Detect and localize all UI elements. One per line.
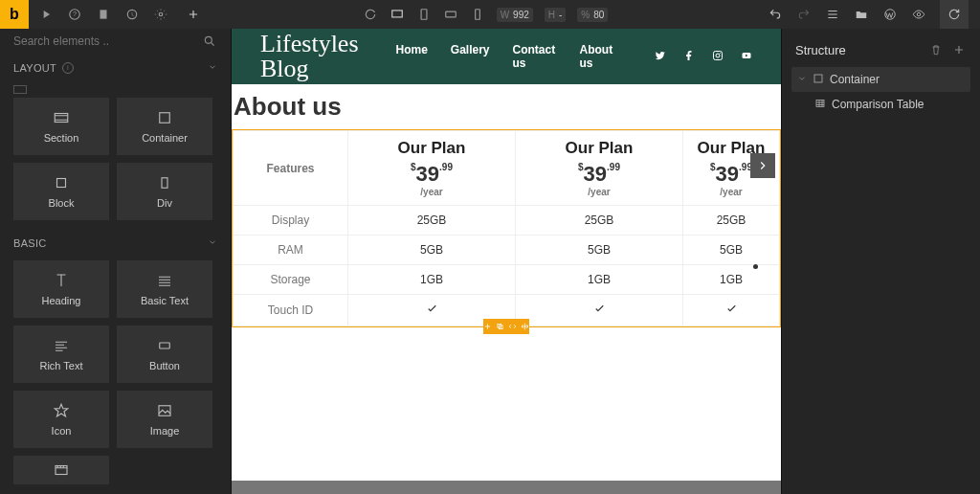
desktop-device-icon[interactable] — [390, 7, 405, 22]
svg-rect-17 — [159, 406, 170, 416]
eye-icon[interactable] — [911, 7, 926, 22]
tile-container[interactable]: Container — [117, 98, 212, 155]
redo-icon[interactable] — [796, 7, 812, 22]
tile-div[interactable]: Div — [117, 163, 212, 220]
page-title: About us — [232, 84, 781, 129]
svg-point-10 — [917, 12, 921, 16]
carousel-dot[interactable] — [753, 264, 758, 269]
table-row: Display25GB25GB25GB — [234, 206, 780, 236]
tile-image[interactable]: Image — [117, 391, 212, 448]
container-icon — [156, 109, 173, 126]
svg-rect-16 — [160, 343, 170, 348]
nav-contact[interactable]: Contact us — [513, 43, 557, 70]
svg-point-4 — [159, 12, 163, 16]
play-icon[interactable] — [38, 7, 54, 22]
tile-basic-text[interactable]: Basic Text — [117, 260, 212, 318]
svg-point-20 — [716, 54, 720, 57]
svg-rect-13 — [160, 113, 170, 124]
block-icon — [53, 174, 70, 191]
height-indicator[interactable]: H- — [545, 8, 567, 22]
star-icon — [53, 402, 70, 419]
tile-block[interactable]: Block — [13, 163, 109, 220]
section-icon — [53, 109, 70, 126]
image-icon — [156, 402, 173, 419]
svg-rect-12 — [55, 114, 68, 123]
selected-element[interactable]: Features Our Plan $39.99 /year Our Plan … — [232, 129, 781, 327]
svg-rect-8 — [475, 10, 479, 20]
reload-icon[interactable] — [363, 7, 378, 22]
plan-header-2: Our Plan $39.99 /year — [516, 131, 683, 206]
move-icon[interactable] — [521, 322, 529, 331]
zoom-indicator[interactable]: %80 — [577, 8, 608, 22]
site-nav: Home Gallery Contact us About us — [395, 43, 616, 70]
clock-icon[interactable] — [124, 7, 140, 22]
svg-text:?: ? — [73, 11, 77, 17]
tile-rich-text[interactable]: Rich Text — [13, 326, 109, 383]
code-icon[interactable] — [508, 322, 517, 331]
site-header: Lifestyles Blog Home Gallery Contact us … — [232, 29, 781, 84]
info-icon: i — [62, 62, 74, 74]
tablet-device-icon[interactable] — [416, 7, 432, 22]
element-action-bar[interactable] — [483, 319, 529, 334]
search-input[interactable] — [13, 34, 217, 48]
help-icon[interactable]: ? — [67, 7, 82, 22]
svg-rect-6 — [421, 10, 427, 20]
instagram-icon[interactable] — [712, 50, 724, 64]
layout-tiles: Section Container Block Div — [0, 94, 231, 230]
table-row: Storage1GB1GB1GB — [234, 265, 780, 295]
gear-icon[interactable] — [153, 7, 168, 22]
twitter-icon[interactable] — [655, 50, 666, 64]
app-logo[interactable]: b — [0, 0, 29, 29]
comparison-table: Features Our Plan $39.99 /year Our Plan … — [233, 130, 780, 326]
svg-rect-25 — [814, 75, 822, 82]
svg-point-11 — [205, 37, 212, 44]
container-icon — [813, 73, 824, 87]
text-lines-icon — [156, 272, 173, 289]
svg-rect-7 — [445, 11, 456, 17]
landscape-device-icon[interactable] — [443, 7, 458, 22]
facebook-icon[interactable] — [683, 50, 695, 64]
svg-rect-15 — [162, 178, 167, 189]
mobile-device-icon[interactable] — [470, 7, 485, 22]
basic-tiles: Heading Basic Text Rich Text Button Icon… — [0, 257, 231, 494]
duplicate-icon[interactable] — [496, 322, 504, 331]
top-toolbar: b ? W992 H- %80 — [0, 0, 980, 29]
svg-point-21 — [720, 53, 721, 54]
search-icon[interactable] — [202, 34, 217, 49]
plus-icon[interactable] — [951, 42, 967, 57]
add-element-button[interactable] — [182, 3, 205, 26]
features-header: Features — [234, 131, 348, 206]
tree-item-container[interactable]: Container — [791, 67, 970, 92]
check-icon — [683, 295, 780, 326]
tile-button[interactable]: Button — [117, 326, 212, 383]
layout-section-header[interactable]: LAYOUT i — [0, 55, 231, 81]
plan-header-1: Our Plan $39.99 /year — [348, 131, 516, 206]
search-row — [0, 29, 231, 55]
basic-section-header[interactable]: BASIC — [0, 230, 231, 257]
site-brand[interactable]: Lifestyles Blog — [260, 32, 395, 81]
structure-tree: Container Comparison Table — [782, 67, 980, 117]
tile-section[interactable]: Section — [13, 98, 109, 155]
nav-about[interactable]: About us — [579, 43, 616, 70]
trash-icon[interactable] — [928, 42, 944, 57]
canvas[interactable]: Lifestyles Blog Home Gallery Contact us … — [232, 29, 781, 494]
undo-icon[interactable] — [768, 7, 783, 22]
refresh-button[interactable] — [940, 0, 969, 29]
tile-icon[interactable]: Icon — [13, 391, 109, 448]
youtube-icon[interactable] — [741, 50, 752, 64]
tree-item-comparison-table[interactable]: Comparison Table — [809, 92, 970, 117]
check-icon — [516, 295, 683, 326]
tile-heading[interactable]: Heading — [13, 260, 109, 318]
chevron-down-icon — [208, 62, 217, 74]
carousel-next-button[interactable] — [750, 153, 775, 178]
width-indicator[interactable]: W992 — [497, 8, 533, 22]
folder-icon[interactable] — [854, 7, 869, 22]
tile-video[interactable] — [13, 456, 109, 484]
list-icon[interactable] — [825, 7, 840, 22]
plus-icon[interactable] — [483, 322, 492, 331]
nav-gallery[interactable]: Gallery — [451, 43, 490, 70]
elements-panel: LAYOUT i Section Container Block Div BAS… — [0, 29, 232, 494]
wordpress-icon[interactable] — [882, 7, 898, 22]
doc-icon[interactable] — [96, 7, 111, 22]
nav-home[interactable]: Home — [395, 43, 427, 70]
